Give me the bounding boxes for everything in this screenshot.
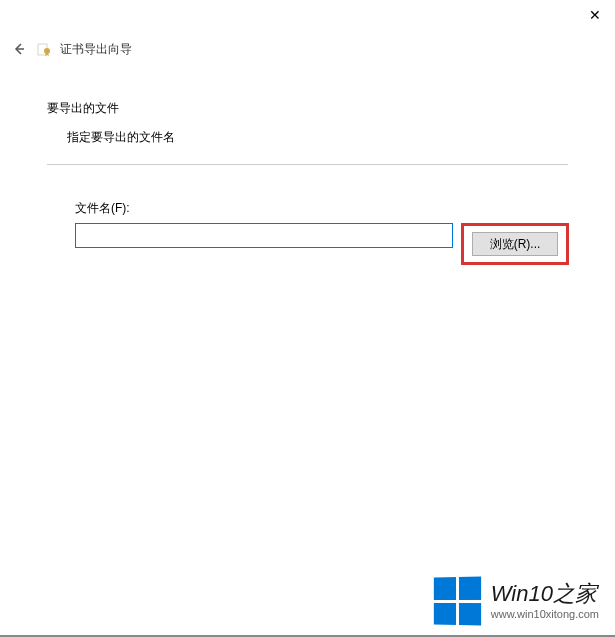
windows-logo-icon (434, 576, 481, 625)
back-button[interactable] (10, 40, 28, 58)
watermark-main: Win10之家 (491, 582, 599, 606)
watermark-url: www.win10xitong.com (491, 608, 599, 620)
filename-row: 浏览(R)... (75, 223, 568, 265)
certificate-wizard-icon (36, 41, 52, 57)
filename-input[interactable] (75, 223, 453, 248)
watermark-text: Win10之家 www.win10xitong.com (491, 582, 599, 620)
close-icon: ✕ (589, 7, 601, 23)
filename-label: 文件名(F): (75, 200, 568, 217)
section-description: 指定要导出的文件名 (67, 129, 568, 146)
wizard-header: 证书导出向导 (10, 40, 132, 58)
watermark: Win10之家 www.win10xitong.com (433, 577, 599, 625)
wizard-content: 要导出的文件 指定要导出的文件名 文件名(F): 浏览(R)... (47, 100, 568, 265)
browse-button[interactable]: 浏览(R)... (472, 232, 558, 256)
wizard-title: 证书导出向导 (60, 41, 132, 58)
back-arrow-icon (12, 42, 26, 56)
divider (47, 164, 568, 165)
section-title: 要导出的文件 (47, 100, 568, 117)
browse-highlight: 浏览(R)... (461, 223, 569, 265)
close-button[interactable]: ✕ (585, 5, 605, 25)
